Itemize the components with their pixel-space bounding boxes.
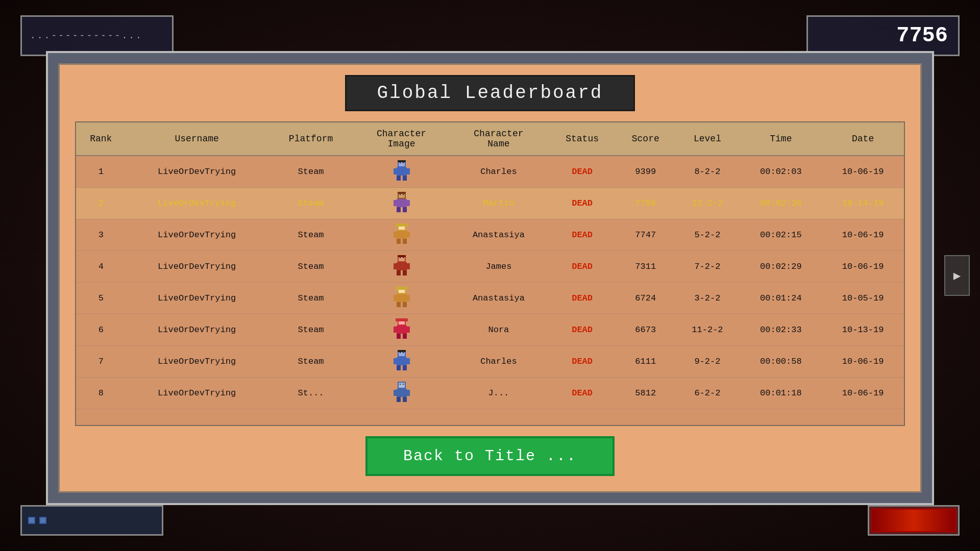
cell-rank: 3 [76,219,126,251]
top-left-panel: ...----------... [20,15,174,56]
cell-char-name: J... [449,378,548,409]
cell-status: DEAD [548,378,616,409]
svg-rect-38 [403,270,407,276]
svg-rect-57 [397,334,401,339]
bottom-right-deco [871,509,956,532]
cell-time: 00:02:03 [740,156,822,188]
cell-score: 7756 [616,188,675,219]
cell-username: LiveOrDevTrying [126,378,267,409]
svg-rect-39 [398,255,406,257]
cell-platform: Steam [268,156,354,188]
leaderboard-table: Rank Username Platform CharacterImage Ch… [76,122,904,409]
col-time: Time [740,122,822,156]
cell-date: 10-05-19 [822,283,904,314]
svg-rect-26 [407,232,410,238]
svg-rect-47 [397,302,401,307]
svg-rect-75 [394,390,397,396]
col-platform: Platform [268,122,354,156]
cell-score: 6111 [616,346,675,378]
table-row: 2 LiveOrDevTrying Steam Martin DEAD 7756… [76,188,904,219]
svg-rect-59 [396,318,408,321]
cell-char-image [354,156,449,188]
cell-char-name: Charles [449,346,548,378]
svg-rect-14 [397,199,407,207]
deco-dot-1 [28,517,35,524]
col-date: Date [822,122,904,156]
svg-rect-76 [407,390,410,396]
table-row: 7 LiveOrDevTrying Steam Charles DEAD 611… [76,346,904,378]
svg-rect-63 [403,352,404,353]
svg-rect-35 [394,263,397,269]
cell-time: 00:02:15 [740,219,822,251]
col-username: Username [126,122,267,156]
cell-char-name: James [449,251,548,283]
svg-rect-56 [407,327,410,333]
svg-rect-62 [400,352,401,353]
cell-rank: 8 [76,378,126,409]
svg-rect-69 [398,350,406,352]
col-rank: Rank [76,122,126,156]
svg-rect-66 [407,358,410,364]
svg-rect-65 [394,358,397,364]
main-container: Global Leaderboard Rank Username Platfor… [46,51,934,505]
cell-rank: 5 [76,283,126,314]
cell-level: 5-2-2 [675,219,740,251]
cell-date: 10-06-19 [822,346,904,378]
svg-rect-8 [403,176,407,181]
svg-rect-73 [403,384,404,385]
svg-rect-67 [397,365,401,370]
col-status: Status [548,122,616,156]
bottom-right-panel [868,505,960,536]
cell-score: 5812 [616,378,675,409]
cell-time: 00:02:36 [740,188,822,219]
svg-rect-37 [397,270,401,276]
table-row: 4 LiveOrDevTrying Steam James DEAD 7311 … [76,251,904,283]
svg-rect-13 [403,194,404,195]
svg-rect-2 [400,162,401,163]
svg-rect-54 [397,325,407,334]
cell-username: LiveOrDevTrying [126,156,267,188]
right-arrow-button[interactable]: ▶ [944,255,970,296]
svg-rect-78 [403,397,407,402]
cell-rank: 7 [76,346,126,378]
svg-rect-34 [397,262,407,270]
svg-rect-77 [397,397,401,402]
cell-date: 10-06-19 [822,219,904,251]
svg-rect-6 [407,168,410,174]
cell-status: DEAD [548,346,616,378]
cell-platform: Steam [268,219,354,251]
cell-status: DEAD [548,156,616,188]
col-char-name: CharacterName [449,122,548,156]
cell-time: 00:00:58 [740,346,822,378]
svg-rect-49 [396,287,408,290]
svg-rect-18 [403,207,407,212]
svg-rect-71 [399,383,405,388]
cell-username: LiveOrDevTrying [126,251,267,283]
svg-rect-48 [403,302,407,307]
cell-level: 9-2-2 [675,346,740,378]
cell-rank: 4 [76,251,126,283]
svg-rect-44 [397,294,407,302]
svg-rect-64 [397,357,407,365]
cell-level: 12-2-2 [675,188,740,219]
table-row: 1 LiveOrDevTrying Steam Charles DEAD 939… [76,156,904,188]
cell-rank: 6 [76,314,126,346]
cell-char-name: Martin [449,188,548,219]
svg-rect-58 [403,334,407,339]
cell-char-image [354,378,449,409]
svg-rect-5 [394,168,397,174]
cell-char-name: Charles [449,156,548,188]
cell-level: 3-2-2 [675,283,740,314]
svg-rect-27 [397,239,401,244]
cell-status: DEAD [548,251,616,283]
cell-char-name: Nora [449,314,548,346]
cell-platform: Steam [268,188,354,219]
table-header-row: Rank Username Platform CharacterImage Ch… [76,122,904,156]
leaderboard-title: Global Leaderboard [345,75,635,111]
cell-score: 6724 [616,283,675,314]
top-right-score-panel: 7756 [806,15,960,56]
svg-rect-17 [397,207,401,212]
back-to-title-button[interactable]: Back to Title ... [365,436,615,476]
leaderboard-table-container: Rank Username Platform CharacterImage Ch… [75,121,905,426]
svg-rect-32 [400,257,401,258]
